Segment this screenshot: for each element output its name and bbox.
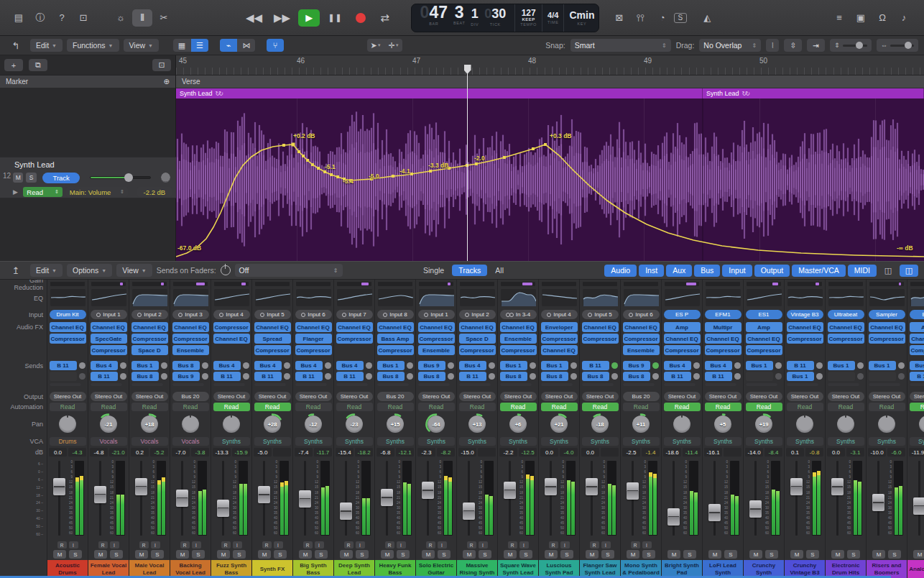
pan-knob[interactable]	[876, 413, 897, 435]
snap-dropdown[interactable]: Smart⇕	[570, 39, 671, 52]
send-slot[interactable]: Bus 4	[295, 361, 323, 370]
input-slot[interactable]: Input 2	[131, 310, 168, 319]
output-slot[interactable]: Stereo Out	[910, 392, 924, 401]
send-slot[interactable]: Bus 4	[336, 361, 364, 370]
input-slot[interactable]: Input 4	[213, 310, 250, 319]
pan-knob[interactable]: -23	[343, 413, 365, 435]
solo-button[interactable]: S	[479, 550, 491, 559]
input-monitor-button[interactable]: I	[479, 541, 488, 549]
mute-button[interactable]: M	[422, 550, 435, 559]
send-slot[interactable]: Bus 4	[910, 361, 924, 370]
solo-button[interactable]: S	[847, 550, 860, 559]
fx-slot[interactable]: Compressor	[623, 334, 660, 344]
tuner-icon[interactable]: ◔	[652, 9, 673, 27]
input-monitor-button[interactable]: I	[397, 541, 406, 549]
send-slot[interactable]: B 11	[787, 361, 814, 370]
fx-slot[interactable]: Channel EQ	[50, 322, 86, 332]
record-enable-button[interactable]: R	[57, 541, 67, 549]
send-slot[interactable]: Bus 8	[541, 372, 568, 381]
eq-thumbnail[interactable]	[583, 289, 618, 306]
pan-knob[interactable]	[671, 413, 693, 435]
pan-knob[interactable]: +18	[139, 413, 160, 435]
automation-mode-button[interactable]: Read	[50, 403, 86, 411]
volume-fader[interactable]	[586, 478, 598, 495]
record-enable-button[interactable]: R	[98, 541, 108, 549]
automation-mode-dropdown[interactable]: Read⇕	[23, 187, 63, 197]
track-mute-button[interactable]: M	[13, 173, 23, 183]
fx-slot[interactable]: SpecGate	[91, 334, 127, 344]
fx-slot[interactable]: Channel EQ	[91, 322, 127, 332]
filter-midi[interactable]: MIDI	[848, 265, 877, 277]
track-pan-knob[interactable]	[160, 171, 172, 184]
automation-mode-button[interactable]: Read	[705, 403, 741, 411]
solo-button[interactable]: S	[69, 550, 82, 559]
vca-slot[interactable]: Synths	[295, 437, 332, 446]
send-slot[interactable]: Bus 1	[828, 361, 855, 370]
output-slot[interactable]: Stereo Out	[828, 392, 864, 401]
send-knob[interactable]	[734, 373, 741, 380]
automation-mode-button[interactable]: Read	[377, 403, 414, 411]
vca-slot[interactable]: Synths	[541, 437, 578, 446]
filter-master-vca[interactable]: Master/VCA	[792, 265, 846, 277]
fx-slot[interactable]: Channel EQ	[623, 322, 660, 332]
mute-button[interactable]: M	[340, 550, 353, 559]
send-knob[interactable]	[898, 362, 905, 369]
automation-mode-button[interactable]: Read	[582, 403, 619, 411]
solo-button[interactable]: S	[601, 550, 614, 559]
vca-slot[interactable]: Synths	[664, 437, 701, 446]
fx-slot[interactable]: Compressor	[295, 345, 332, 355]
volume-fader[interactable]	[831, 478, 844, 495]
vca-slot[interactable]: Synths	[623, 437, 660, 446]
eq-thumbnail[interactable]	[214, 289, 249, 306]
volume-fader[interactable]	[422, 482, 434, 499]
volume-fader[interactable]	[708, 504, 721, 521]
send-knob[interactable]	[652, 362, 659, 369]
pan-knob[interactable]	[57, 413, 78, 435]
send-slot[interactable]: Bus 1	[500, 361, 527, 370]
add-marker-icon[interactable]: ⊕	[164, 78, 170, 86]
fx-slot[interactable]: Amp	[910, 322, 924, 332]
lcd-display[interactable]: 047BAR 3BEAT 1DIV 030TICK 127 KEEP TEMPO…	[411, 4, 599, 32]
pan-knob[interactable]: -21	[98, 413, 119, 435]
send-slot[interactable]: Bus 9	[418, 361, 445, 370]
fx-slot[interactable]: Bass Amp	[377, 334, 414, 344]
solo-button[interactable]: S	[806, 550, 819, 559]
automation-mode-button[interactable]: Read	[910, 403, 924, 411]
fit-zoom-icon[interactable]: ⇥	[807, 39, 825, 52]
solo-button[interactable]: S	[438, 550, 451, 559]
pan-knob[interactable]: -64	[425, 413, 447, 435]
metronome-icon[interactable]: ◭	[697, 9, 717, 27]
send-knob[interactable]	[243, 373, 249, 380]
solo-button[interactable]: S	[683, 550, 696, 559]
fx-slot[interactable]: Channel EQ	[787, 322, 823, 332]
send-slot[interactable]: Bus 1	[541, 361, 568, 370]
bar-ruler[interactable]: 454647484950	[176, 55, 924, 75]
volume-fader[interactable]	[217, 500, 229, 517]
flex-icon[interactable]: ⋈	[238, 39, 255, 52]
send-slot[interactable]: Bus 4	[664, 361, 691, 370]
automation-param-dropdown[interactable]: Main: Volume⇕	[66, 187, 128, 197]
output-slot[interactable]: Stereo Out	[50, 392, 86, 401]
vca-slot[interactable]: Synths	[869, 437, 905, 446]
solo-button[interactable]: S	[888, 550, 901, 559]
send-slot[interactable]: Bus 8	[131, 372, 159, 381]
eq-thumbnail[interactable]	[255, 289, 290, 306]
mute-button[interactable]: M	[545, 550, 558, 559]
pan-knob[interactable]	[835, 413, 856, 435]
vca-slot[interactable]: Synths	[377, 437, 414, 446]
eq-thumbnail[interactable]	[50, 289, 86, 306]
eq-thumbnail[interactable]	[665, 289, 700, 306]
eq-thumbnail[interactable]	[787, 289, 823, 306]
input-slot[interactable]: Input 5	[254, 310, 291, 319]
mixer-back-icon[interactable]: ↥	[6, 264, 26, 277]
fx-slot[interactable]: Compressor	[541, 334, 578, 344]
solo-button[interactable]: S	[642, 550, 655, 559]
fx-slot[interactable]: Channel EQ	[828, 322, 864, 332]
send-slot[interactable]: B 11	[582, 361, 609, 370]
send-knob[interactable]	[570, 362, 577, 369]
eq-thumbnail[interactable]	[132, 289, 167, 306]
send-knob[interactable]	[816, 362, 823, 369]
output-slot[interactable]: Stereo Out	[336, 392, 373, 401]
instrument-slot[interactable]: ES P	[664, 310, 701, 319]
send-slot[interactable]: Bus 8	[582, 372, 609, 381]
